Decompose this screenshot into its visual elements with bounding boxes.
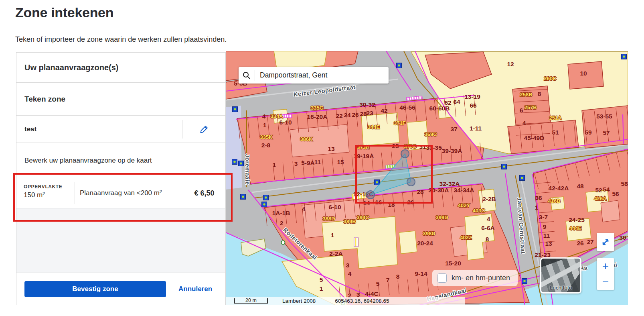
house-number-label: 3 (294, 160, 298, 167)
cadastral-label: 257B (524, 104, 537, 110)
page-subtitle: Teken of importeer de zone waarin de wer… (15, 35, 227, 44)
zone-row: test (16, 116, 225, 143)
section-teken-zone: Teken zone (16, 83, 225, 116)
house-number-label: 9-14 (415, 270, 427, 277)
house-number-label: 22 (336, 112, 342, 119)
panel-spacer (16, 208, 225, 273)
house-number-label: 64 (453, 98, 460, 105)
house-number-label: 4 (262, 113, 266, 120)
house-number-label: 51 (552, 129, 559, 136)
area-price-row: OPPERVLAKTE 150 m² Planaanvraag van <200… (16, 178, 225, 208)
area-value: 150 m² (24, 191, 75, 199)
house-number-label: 13-19 (464, 93, 480, 100)
cadastral-label: 335G (311, 105, 324, 111)
house-number-label: 15 (337, 159, 344, 165)
vertex-handle[interactable] (407, 178, 415, 186)
house-number-label: 8 (396, 273, 400, 280)
house-number-label: 1 (320, 285, 323, 292)
cadastral-label: 386K (300, 136, 313, 142)
benchmark-marker-icon (522, 279, 527, 284)
house-number-label: 37 (450, 126, 457, 133)
house-number-label: 34-34A (454, 187, 474, 194)
pencil-icon (199, 124, 209, 134)
house-number-label: 5-9A (301, 159, 315, 166)
cadastral-label: 369C (424, 131, 437, 137)
benchmark-marker-icon (622, 54, 627, 59)
house-number-label: 11 (543, 232, 550, 239)
house-number-label: 24 (344, 112, 351, 118)
house-number-label: 4 (302, 206, 306, 212)
house-number-label: 52 (595, 187, 602, 194)
benchmark-marker-icon (233, 107, 238, 112)
vertex-handle[interactable] (367, 191, 375, 199)
benchmark-marker-icon (502, 164, 507, 169)
house-number-label: 16-20A (307, 113, 328, 120)
confirm-zone-button[interactable]: Bevestig zone (24, 281, 166, 297)
area-cell: OPPERVLAKTE 150 m² (16, 178, 75, 208)
house-number-label: 39-39A (442, 147, 462, 154)
benchmark-marker-icon (232, 159, 237, 165)
house-number-label: 48 (577, 183, 584, 190)
cadastral-label: 403C (472, 208, 485, 214)
house-number-label: 30-32 (359, 101, 375, 108)
house-number-label: 3 (346, 262, 350, 269)
house-number-label: 13 (545, 240, 552, 247)
house-number-label: 53-55 (596, 113, 612, 120)
zoom-in-button[interactable]: + (597, 258, 614, 274)
house-number-label: 5 (376, 280, 380, 287)
house-number-label: 26 (577, 240, 584, 247)
house-number-label: 36 (535, 194, 542, 201)
benchmark-marker-icon (239, 161, 244, 166)
plan-type: Planaanvraag van <200 m² (75, 178, 183, 208)
edit-zone-button[interactable] (182, 124, 225, 134)
benchmark-marker-icon (375, 180, 380, 185)
house-number-label: 1A-1B (272, 210, 290, 216)
house-number-label: 1 (331, 232, 334, 239)
fullscreen-icon (600, 237, 611, 247)
cadastral-label: 334A (270, 113, 283, 119)
house-number-label: 8 (486, 236, 489, 243)
basemap-toggle[interactable]: Luchtfoto (540, 257, 581, 294)
house-number-label: 1 (263, 122, 267, 128)
search-icon (242, 71, 251, 80)
cadastral-label: 251A (549, 115, 562, 121)
house-number-label: 42-42A (549, 185, 569, 192)
house-number-label: 42 (381, 107, 387, 114)
house-number-label: 1 (535, 204, 539, 211)
house-number-label: 4 (348, 270, 352, 277)
cadastral-label: 399D (435, 214, 448, 220)
house-number-label: 62 (444, 99, 451, 106)
vertex-handle[interactable] (401, 150, 409, 158)
house-number-label: 4-4C (365, 290, 379, 297)
house-number-label: 5 (320, 276, 323, 283)
zoom-out-button[interactable]: − (597, 274, 614, 290)
fullscreen-button[interactable] (597, 233, 614, 251)
house-number-label: 45-49D (524, 135, 545, 141)
cancel-link[interactable]: Annuleren (178, 285, 212, 293)
house-number-label: 15-20 (445, 260, 461, 267)
house-number-label: 3-7 (539, 214, 548, 220)
cadastral-label: 416B (548, 198, 560, 204)
house-number-label: 28 (417, 188, 424, 195)
street-name-label: Joremaaie (244, 154, 251, 185)
cadastral-label: 426A (594, 196, 607, 202)
house-number-label: 4 (522, 120, 526, 126)
cadastral-label: 371F (394, 120, 406, 126)
house-number-label: 10 (580, 70, 587, 77)
house-number-label: 27 (587, 239, 593, 245)
house-number-label: 13 (328, 145, 335, 152)
panel-header: Uw planaanvraagzone(s) (16, 53, 225, 83)
map-attribution: 20 m Lambert 2008 605463.16, 694208.65 (226, 297, 465, 305)
kmhm-checkbox[interactable] (437, 273, 447, 283)
house-number-label: 6-10 (279, 119, 292, 126)
search-input[interactable] (255, 71, 389, 80)
search-button[interactable] (239, 71, 255, 80)
benchmark-marker-icon (262, 202, 267, 207)
house-number-label: 11 (314, 159, 321, 165)
house-number-label: 31 (419, 143, 426, 150)
house-number-label: 58 (621, 180, 628, 187)
cadastral-label: 402Z (460, 234, 472, 241)
zoom-control: + − (597, 258, 614, 290)
house-number-label: 30 (619, 234, 626, 241)
benchmark-marker-icon (397, 63, 402, 68)
